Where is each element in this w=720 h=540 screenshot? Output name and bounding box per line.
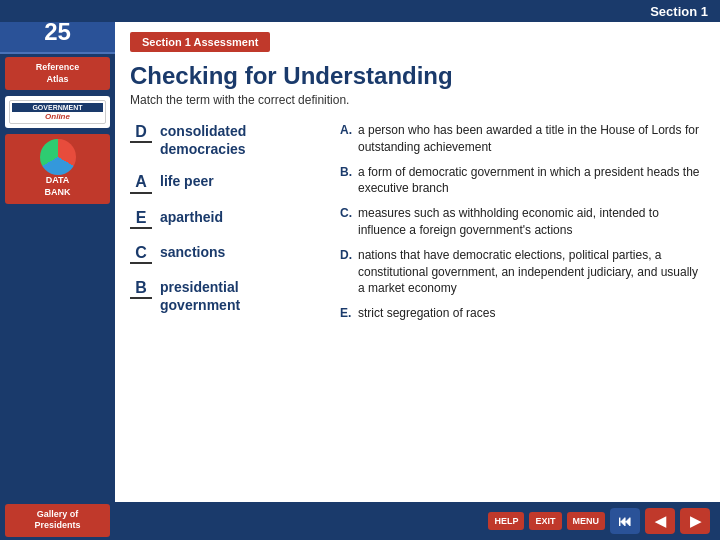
def-text: a form of democratic government in which… xyxy=(358,164,705,198)
match-row: Dconsolidateddemocracies xyxy=(130,122,330,158)
nav-back-back-button[interactable]: ⏮ xyxy=(610,508,640,534)
chapter-number: 25 xyxy=(10,20,105,44)
term-text: presidentialgovernment xyxy=(160,278,240,314)
def-letter: C. xyxy=(340,205,358,239)
definition-row: D.nations that have democratic elections… xyxy=(340,247,705,297)
sidebar: Chapter 25 ReferenceAtlas GOVERNMENT Onl… xyxy=(0,0,115,540)
def-text: measures such as withholding economic ai… xyxy=(358,205,705,239)
govt-logo: GOVERNMENT Online xyxy=(9,100,106,124)
definition-row: C.measures such as withholding economic … xyxy=(340,205,705,239)
match-row: Eapartheid xyxy=(130,208,330,229)
exit-button[interactable]: EXIT xyxy=(529,512,561,530)
nav-back-button[interactable]: ◀ xyxy=(645,508,675,534)
sidebar-item-data-bank[interactable]: DATABANK xyxy=(5,134,110,203)
section-title: Section 1 xyxy=(650,4,708,19)
main-content: Section 1 Assessment Checking for Unders… xyxy=(115,22,720,540)
page-title: Checking for Understanding xyxy=(115,57,720,93)
sidebar-label-gallery: Gallery ofPresidents xyxy=(11,509,104,532)
data-bank-icon xyxy=(40,139,76,175)
bottom-toolbar: HELP EXIT MENU ⏮ ◀ ▶ xyxy=(115,502,720,540)
match-row: Bpresidentialgovernment xyxy=(130,278,330,314)
def-letter: B. xyxy=(340,164,358,198)
sidebar-item-gallery[interactable]: Gallery ofPresidents xyxy=(5,504,110,537)
top-bar: Section 1 xyxy=(0,0,720,22)
definition-row: B.a form of democratic government in whi… xyxy=(340,164,705,198)
def-text: strict segregation of races xyxy=(358,305,705,322)
answer-blank: E xyxy=(130,208,152,229)
answer-blank: B xyxy=(130,278,152,299)
term-text: sanctions xyxy=(160,243,225,261)
def-text: a person who has been awarded a title in… xyxy=(358,122,705,156)
section-badge: Section 1 Assessment xyxy=(130,32,270,52)
def-text: nations that have democratic elections, … xyxy=(358,247,705,297)
term-text: consolidateddemocracies xyxy=(160,122,246,158)
sidebar-item-reference-atlas[interactable]: ReferenceAtlas xyxy=(5,57,110,90)
definition-row: A.a person who has been awarded a title … xyxy=(340,122,705,156)
content-area: DconsolidateddemocraciesAlife peerEapart… xyxy=(115,117,720,335)
help-button[interactable]: HELP xyxy=(488,512,524,530)
def-letter: A. xyxy=(340,122,358,156)
terms-column: DconsolidateddemocraciesAlife peerEapart… xyxy=(130,122,330,330)
match-row: Alife peer xyxy=(130,172,330,193)
answer-blank: C xyxy=(130,243,152,264)
def-letter: D. xyxy=(340,247,358,297)
subtitle: Match the term with the correct definiti… xyxy=(115,93,720,117)
answer-blank: A xyxy=(130,172,152,193)
sidebar-item-government-online[interactable]: GOVERNMENT Online xyxy=(5,96,110,128)
sidebar-label-atlas: ReferenceAtlas xyxy=(11,62,104,85)
match-row: Csanctions xyxy=(130,243,330,264)
menu-button[interactable]: MENU xyxy=(567,512,606,530)
definitions-column: A.a person who has been awarded a title … xyxy=(340,122,705,330)
sidebar-label-databank: DATABANK xyxy=(11,175,104,198)
definition-row: E.strict segregation of races xyxy=(340,305,705,322)
term-text: life peer xyxy=(160,172,214,190)
def-letter: E. xyxy=(340,305,358,322)
term-text: apartheid xyxy=(160,208,223,226)
answer-blank: D xyxy=(130,122,152,143)
nav-forward-button[interactable]: ▶ xyxy=(680,508,710,534)
